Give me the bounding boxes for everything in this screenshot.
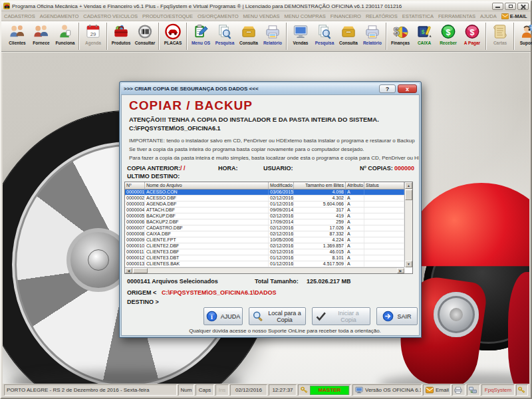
menu-item-menu-compras[interactable]: MENU COMPRAS xyxy=(285,13,326,19)
toolbar-group: $Finanças$CAIXA$Receber$A Pagar xyxy=(388,22,484,45)
dialog-footer-text: Qualquer dúvida acesse o nosso Suporte O… xyxy=(154,328,416,334)
menu-item-menu-vendas[interactable]: MENU VENDAS xyxy=(243,13,280,19)
menu-item-cadastro-veiculos[interactable]: CADASTRO VEICULOS xyxy=(83,13,138,19)
search-docs-icon xyxy=(316,23,333,40)
toolbar-button-cartas[interactable]: Cartas xyxy=(488,22,512,45)
toolbar-group: Suporte xyxy=(516,22,532,45)
column-header-atributo[interactable]: Atributo xyxy=(346,182,364,189)
column-header-n[interactable]: Nº xyxy=(125,182,145,189)
menu-item-estatistica[interactable]: ESTATISTICA xyxy=(402,13,434,19)
table-row-backup2.dbf[interactable]: 0000006BACKUP2.DBF17/09/2014259A xyxy=(125,219,404,225)
toolbar-button-placas[interactable]: PLACAS xyxy=(161,22,185,45)
column-header-nome[interactable]: Nome do Arquivo xyxy=(145,182,269,189)
drawer-icon xyxy=(340,23,357,40)
table-row-acesso.con[interactable]: 0000001ACESSO.CON03/06/20154.098A xyxy=(125,190,404,196)
menu-item-ferramentas[interactable]: FERRAMENTAS xyxy=(438,13,475,19)
toolbar-button-financas[interactable]: $Finanças xyxy=(388,22,412,45)
toolbar-button-consulta-os[interactable]: Consulta xyxy=(237,22,261,45)
dialog-titlebar[interactable]: >>> CRIAR COPIA DE SEGURANÇA DOS DADOS <… xyxy=(121,83,420,94)
toolbar-button-a-pagar[interactable]: $A Pagar xyxy=(460,22,484,45)
total-size-label: Total Tamanho: xyxy=(255,278,299,285)
table-row-cliente2.dbf[interactable]: 0000010CLIENTE2.DBF02/12/20161.369.857A xyxy=(125,243,404,249)
toolbar-button-relatorio-vendas[interactable]: Relatório xyxy=(360,22,384,45)
menu-item-os-orcamento[interactable]: OS/ORÇAMENTO xyxy=(198,13,239,19)
scroll-down-icon[interactable]: ▼ xyxy=(405,261,412,267)
vertical-scroll-thumb[interactable] xyxy=(405,190,412,200)
menu-item-cadastros[interactable]: CADASTROS xyxy=(4,13,35,19)
letters-icon xyxy=(491,23,509,40)
dialog-help-button[interactable]: ? xyxy=(379,84,396,93)
toolbar-button-produtos[interactable]: Produtos xyxy=(109,22,133,45)
close-button[interactable] xyxy=(517,3,529,10)
menu-item-agendamento[interactable]: AGENDAMENTO xyxy=(40,13,79,19)
window-titlebar: Programa Oficina Mecânica + Vendas e Fin… xyxy=(1,1,531,11)
printer-small-icon xyxy=(454,386,462,394)
toolbar-separator xyxy=(386,23,387,50)
table-row-clientes.bak[interactable]: 0000013CLIENTES.BAK01/12/20164.517.509A xyxy=(125,261,404,267)
menu-item-ajuda[interactable]: AJUDA xyxy=(480,13,497,19)
table-row-cliente.fpt[interactable]: 0000009CLIENTE.FPT10/05/20064.224A xyxy=(125,237,404,243)
note-line-1: IMPORTANTE: tendo o instalador salvo em … xyxy=(129,138,415,144)
vertical-scrollbar[interactable]: ▲ ▼ xyxy=(404,182,412,267)
menu-item-produto-estoque[interactable]: PRODUTO/ESTOQUE xyxy=(142,13,193,19)
column-header-modificado[interactable]: Modificado xyxy=(269,182,294,189)
toolbar-separator xyxy=(78,23,80,50)
column-header-status[interactable]: Status xyxy=(364,182,404,189)
toolbar-group: ProdutosConsultar xyxy=(109,22,157,45)
table-row-cliente3.dbf[interactable]: 0000011CLIENTE3.DBF02/12/201646.015A xyxy=(125,249,404,255)
menu-item-financeiro[interactable]: FINANCEIRO xyxy=(331,13,361,19)
check-icon xyxy=(315,311,327,322)
status-fpqsystem: FpqSystem xyxy=(481,384,515,396)
email-menu-icon xyxy=(501,13,509,19)
toolbar-button-pesquisa-os[interactable]: Pesquisa xyxy=(213,22,237,45)
column-header-tamanho[interactable]: Tamanho em Bites xyxy=(294,182,346,189)
table-row-cadastro.dbf[interactable]: 0000007CADASTRO.DBF02/12/201617.026A xyxy=(125,225,404,231)
table-row-backup.dbf[interactable]: 0000005BACKUP.DBF02/12/2016419A xyxy=(125,213,404,219)
toolbar-button-menu-os[interactable]: Menu OS xyxy=(189,22,213,45)
toolbar-button-consulta-vendas[interactable]: Consulta xyxy=(336,22,360,45)
menu-item-relatorios[interactable]: RELATÓRIOS xyxy=(366,13,398,19)
horizontal-scroll-thumb[interactable] xyxy=(133,268,148,273)
toolbar-button-pesquisa-vendas[interactable]: Pesquisa xyxy=(313,22,336,45)
toolbar-button-receber[interactable]: $Receber xyxy=(436,22,460,45)
table-row-cliente3.dbt[interactable]: 0000012CLIENTE3.DBT01/12/20168.101A xyxy=(125,255,404,261)
horizontal-scrollbar[interactable]: ◀ ▶ xyxy=(125,267,404,273)
scroll-up-icon[interactable]: ▲ xyxy=(405,182,412,189)
toolbar-button-vendas[interactable]: Vendas xyxy=(289,22,313,45)
status-num: Num xyxy=(178,384,194,396)
file-table: NºNome do ArquivoModificadoTamanho em Bi… xyxy=(124,182,413,274)
toolbar-separator xyxy=(485,23,487,50)
table-row-acesso.dbf[interactable]: 0000002ACESSO.DBF02/12/20164.302A xyxy=(125,196,404,201)
copia-anterior-value: / / xyxy=(180,165,186,172)
scroll-right-icon[interactable]: ▶ xyxy=(397,268,404,273)
finance-icon: $ xyxy=(392,23,409,40)
toolbar-button-agenda[interactable]: 29Agenda xyxy=(81,22,105,45)
table-row-attach.dbf[interactable]: 0000004ATTACH.DBF09/09/2014317A xyxy=(125,207,404,213)
status-time: 12:27:37 xyxy=(269,384,297,396)
toolbar-button-clientes[interactable]: Clientes xyxy=(5,22,29,45)
menu-item-email[interactable]: E-MAIL xyxy=(501,13,527,19)
n-copias-value: 000000 xyxy=(394,165,414,172)
toolbar-button-caixa[interactable]: $CAIXA xyxy=(412,22,436,45)
status-date: 02/12/2016 xyxy=(230,384,267,396)
sair-button[interactable]: SAIR xyxy=(376,307,418,325)
ajuda-button[interactable]: iAJUDA xyxy=(203,307,243,325)
table-row-caixa.dbf[interactable]: 0000008CAIXA.DBF02/12/201687.332A xyxy=(125,231,404,237)
toolbar-button-consultar[interactable]: Consultar xyxy=(133,22,157,45)
scroll-left-icon[interactable]: ◀ xyxy=(125,268,132,273)
menu-bar: CADASTROSAGENDAMENTOCADASTRO VEICULOSPRO… xyxy=(1,11,531,21)
toolbar-button-funciona[interactable]: Funciona xyxy=(53,22,77,45)
toolbar-button-suporte[interactable]: Suporte xyxy=(516,22,532,45)
minimize-button[interactable] xyxy=(492,3,503,10)
toolbar-button-fornece[interactable]: Fornece xyxy=(29,22,53,45)
status-master: MASTER xyxy=(298,384,351,396)
restore-button[interactable] xyxy=(505,3,516,10)
dialog-buttons: iAJUDALocal para a CopiaIniciar a CopiaS… xyxy=(203,307,418,325)
local-copia-button[interactable]: Local para a Copia xyxy=(249,307,306,325)
toolbar-button-relatorio-os[interactable]: Relatório xyxy=(261,22,285,45)
dialog-close-button[interactable]: x xyxy=(398,84,417,93)
status-caps: Caps xyxy=(196,384,214,396)
help-info-icon: i xyxy=(206,311,217,322)
svg-text:i: i xyxy=(211,313,213,321)
table-row-agenda.dbf[interactable]: 0000003AGENDA.DBF01/12/20165.604.066A xyxy=(125,201,404,207)
